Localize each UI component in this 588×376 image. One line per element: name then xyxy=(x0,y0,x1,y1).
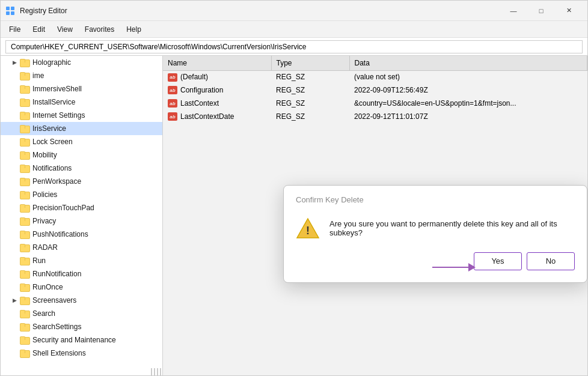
menu-bar: File Edit View Favorites Help xyxy=(1,21,587,38)
menu-favorites[interactable]: Favorites xyxy=(79,23,120,36)
folder-icon xyxy=(20,296,29,305)
tree-arrow-icon xyxy=(10,138,19,146)
menu-view[interactable]: View xyxy=(51,23,79,36)
folder-icon xyxy=(20,269,29,279)
tree-item[interactable]: Privacy xyxy=(1,214,162,228)
main-content: ▶Holographic ime ImmersiveShell InstallS… xyxy=(1,56,587,375)
tree-item[interactable]: Mobility xyxy=(1,148,162,162)
tree-arrow-icon xyxy=(10,243,19,252)
no-button[interactable]: No xyxy=(527,252,575,270)
folder-icon xyxy=(20,150,29,160)
tree-item-label: SearchSettings xyxy=(32,320,81,333)
tree-item[interactable]: PenWorkspace xyxy=(1,175,162,188)
folder-icon xyxy=(20,124,29,133)
folder-icon xyxy=(20,282,29,292)
folder-icon xyxy=(20,137,29,147)
tree-item[interactable]: Internet Settings xyxy=(1,109,162,122)
tree-arrow-icon xyxy=(10,323,19,331)
tree-item[interactable]: RunOnce xyxy=(1,280,162,294)
folder-icon xyxy=(20,348,29,358)
warning-icon: ! xyxy=(296,216,320,240)
tree-item[interactable]: Lock Screen xyxy=(1,135,162,148)
yes-button[interactable]: Yes xyxy=(474,252,522,270)
tree-item[interactable]: Run xyxy=(1,254,162,267)
folder-icon xyxy=(20,163,29,173)
tree-arrow-icon xyxy=(10,177,19,186)
folder-icon xyxy=(20,84,29,94)
tree-item[interactable]: Security and Maintenance xyxy=(1,333,162,347)
tree-item-label: Screensavers xyxy=(32,294,76,307)
tree-item-label: ime xyxy=(32,69,44,82)
svg-rect-2 xyxy=(6,11,10,15)
dialog-title: Confirm Key Delete xyxy=(284,186,587,209)
app-icon xyxy=(5,6,15,16)
tree-arrow-icon xyxy=(10,98,19,106)
svg-text:!: ! xyxy=(306,225,310,237)
menu-file[interactable]: File xyxy=(3,23,26,36)
tree-arrow-icon: ▶ xyxy=(10,296,19,305)
folder-icon xyxy=(20,71,29,80)
tree-item[interactable]: ▶Screensavers xyxy=(1,294,162,307)
tree-item[interactable]: PrecisionTouchPad xyxy=(1,201,162,214)
panel-resize-handle[interactable] xyxy=(151,368,163,375)
maximize-button[interactable]: □ xyxy=(527,1,555,21)
dialog-overlay: Confirm Key Delete ! Are you sure you wa… xyxy=(163,56,587,375)
address-bar xyxy=(1,38,587,56)
menu-help[interactable]: Help xyxy=(120,23,147,36)
folder-icon xyxy=(20,309,29,318)
minimize-button[interactable]: — xyxy=(500,1,527,21)
tree-arrow-icon xyxy=(10,217,19,225)
tree-arrow-icon xyxy=(10,71,19,80)
arrow-indicator xyxy=(432,263,476,271)
menu-edit[interactable]: Edit xyxy=(26,23,51,36)
tree-item[interactable]: ▶Holographic xyxy=(1,56,162,69)
folder-icon xyxy=(20,335,29,345)
tree-item-label: PrecisionTouchPad xyxy=(32,201,94,214)
window-title: Registry Editor xyxy=(20,7,500,15)
dialog-footer: Yes No xyxy=(284,252,587,282)
arrow-head xyxy=(468,263,476,271)
dialog-message: Are you sure you want to permanently del… xyxy=(329,219,575,237)
folder-icon xyxy=(20,322,29,332)
tree-arrow-icon xyxy=(10,349,19,357)
dialog-body: ! Are you sure you want to permanently d… xyxy=(284,209,587,252)
tree-item[interactable]: ImmersiveShell xyxy=(1,82,162,96)
svg-rect-3 xyxy=(11,11,14,15)
tree-arrow-icon xyxy=(10,85,19,93)
tree-item[interactable]: Search xyxy=(1,307,162,320)
folder-icon xyxy=(20,58,29,67)
close-button[interactable]: ✕ xyxy=(555,1,583,21)
tree-item-label: Privacy xyxy=(32,214,56,228)
tree-item[interactable]: InstallService xyxy=(1,96,162,109)
tree-item-label: PenWorkspace xyxy=(32,175,81,188)
tree-item-label: PushNotifications xyxy=(32,228,88,241)
tree-arrow-icon xyxy=(10,270,19,278)
arrow-line xyxy=(432,267,468,268)
tree-item-label: IrisService xyxy=(32,122,66,135)
svg-rect-1 xyxy=(11,7,14,10)
tree-item[interactable]: SearchSettings xyxy=(1,320,162,333)
tree-item[interactable]: RunNotification xyxy=(1,267,162,280)
address-input[interactable] xyxy=(5,40,583,53)
registry-editor-window: Registry Editor — □ ✕ File Edit View Fav… xyxy=(0,0,588,376)
tree-item[interactable]: RADAR xyxy=(1,241,162,254)
tree-arrow-icon xyxy=(10,164,19,172)
title-bar: Registry Editor — □ ✕ xyxy=(1,1,587,21)
tree-item[interactable]: IrisService xyxy=(1,122,162,135)
tree-item[interactable]: Notifications xyxy=(1,162,162,175)
tree-arrow-icon xyxy=(10,256,19,265)
tree-item[interactable]: ime xyxy=(1,69,162,82)
window-controls: — □ ✕ xyxy=(500,1,583,21)
folder-icon xyxy=(20,111,29,120)
tree-panel: ▶Holographic ime ImmersiveShell InstallS… xyxy=(1,56,163,375)
tree-arrow-icon: ▶ xyxy=(10,58,19,67)
confirm-dialog: Confirm Key Delete ! Are you sure you wa… xyxy=(283,185,587,283)
tree-item-label: Lock Screen xyxy=(32,135,73,148)
tree-item[interactable]: Shell Extensions xyxy=(1,347,162,360)
tree-item[interactable]: PushNotifications xyxy=(1,228,162,241)
folder-icon xyxy=(20,216,29,226)
tree-item-label: RunNotification xyxy=(32,267,81,280)
folder-icon xyxy=(20,97,29,107)
tree-item[interactable]: Policies xyxy=(1,188,162,201)
tree-arrow-icon xyxy=(10,309,19,318)
